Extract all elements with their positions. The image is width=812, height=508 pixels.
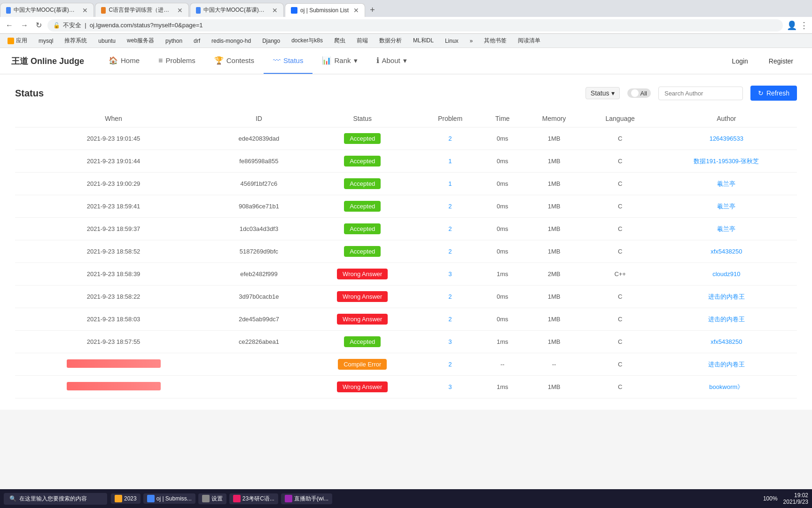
forward-button[interactable]: → [19,19,30,32]
problem-link[interactable]: 3 [448,338,452,345]
status-badge[interactable]: Wrong Answer [337,314,388,325]
bookmark-webserver[interactable]: web服务器 [123,36,158,46]
status-badge[interactable]: Accepted [344,133,381,144]
author-link[interactable]: xfx5438250 [710,248,742,255]
nav-right: Login Register [725,55,801,68]
profile-icon[interactable]: 👤 [787,20,797,31]
browser-tab-4[interactable]: oj | Submission List ✕ [285,3,365,17]
cell-language: C [585,308,656,331]
problem-link[interactable]: 2 [448,293,452,300]
author-link[interactable]: 羲兰亭 [717,180,735,187]
nav-status[interactable]: 〰 Status [264,48,313,74]
status-badge[interactable]: Wrong Answer [337,381,388,392]
problem-link[interactable]: 1 [448,180,452,187]
problem-link[interactable]: 2 [448,203,452,210]
author-link[interactable]: 进击的内卷王 [708,316,745,323]
bookmark-more-label: » [470,38,473,44]
status-filter-dropdown[interactable]: Status ▾ [586,87,620,99]
problem-link[interactable]: 2 [448,316,452,323]
cell-language: C [585,353,656,376]
nav-about[interactable]: ℹ About ▾ [367,48,416,74]
bookmark-ubuntu[interactable]: ubuntu [94,37,119,45]
bookmark-mysql[interactable]: mysql [35,37,57,45]
problem-link[interactable]: 3 [448,270,452,278]
cell-status: Accepted [306,127,419,150]
nav-home[interactable]: 🏠 Home [99,48,149,74]
browser-tab-1[interactable]: 中国大学MOOC(慕课)_优质在线... ✕ [0,3,94,17]
bookmark-django[interactable]: Django [258,37,284,45]
bookmark-drf[interactable]: drf [190,37,204,45]
status-badge[interactable]: Wrong Answer [337,291,388,302]
back-button[interactable]: ← [4,19,15,32]
table-row: 2021-9-23 19:01:44 fe869598a855 Accepted… [15,150,797,173]
status-badge[interactable]: Wrong Answer [337,269,388,279]
bookmark-redis[interactable]: redis-mongo-hd [208,37,255,45]
nav-rank[interactable]: 📊 Rank ▾ [312,48,367,74]
bookmark-more[interactable]: » [466,37,477,45]
bookmark-apps[interactable]: 应用 [4,36,31,46]
problem-link[interactable]: 2 [448,361,452,368]
bookmark-readlist[interactable]: 阅读清单 [514,36,544,46]
cell-id: 908a96ce71b1 [212,195,305,218]
nav-contests[interactable]: 🏆 Contests [205,48,264,74]
author-link[interactable]: cloudz910 [712,270,740,278]
bookmark-other[interactable]: 其他书签 [480,36,510,46]
address-bar[interactable]: 🔓 不安全 | oj.lgwenda.com/status?myself=0&p… [47,19,783,32]
author-link[interactable]: 羲兰亭 [717,225,735,232]
nav-problems[interactable]: ≡ Problems [149,48,205,74]
table-row: Wrong Answer 3 1ms 1MB C bookworm》 [15,376,797,398]
bookmark-python[interactable]: python [162,37,186,45]
author-link[interactable]: xfx5438250 [710,338,742,345]
tab-close-4[interactable]: ✕ [353,7,359,14]
bookmark-frontend[interactable]: 前端 [353,36,372,46]
cell-time: 0ms [481,308,523,331]
problem-link[interactable]: 2 [448,248,452,255]
register-button[interactable]: Register [761,55,801,68]
status-badge[interactable]: Accepted [344,156,381,167]
refresh-button[interactable]: ↻ Refresh [750,86,797,101]
login-button[interactable]: Login [725,55,756,68]
browser-tab-3[interactable]: 中国大学MOOC(慕课)_我的直播... ✕ [190,3,284,17]
new-tab-button[interactable]: + [366,3,379,17]
status-badge[interactable]: Accepted [344,336,381,347]
status-badge[interactable]: Accepted [344,223,381,234]
toggle-dot [631,89,639,97]
bookmark-docker[interactable]: docker与k8s [288,36,327,46]
cell-memory: 1MB [524,286,585,308]
problem-link[interactable]: 3 [448,383,452,390]
author-link[interactable]: 进击的内卷王 [708,361,745,368]
status-badge[interactable]: Compile Error [338,359,387,370]
author-link[interactable]: 进击的内卷王 [708,293,745,300]
author-link[interactable]: bookworm》 [709,383,743,390]
status-header: Status Status ▾ All ↻ Refresh [15,86,797,101]
table-row: 2021-9-23 19:01:45 ede420839dad Accepted… [15,127,797,150]
cell-when: 2021-9-23 18:59:41 [15,195,212,218]
bookmark-ml[interactable]: ML和DL [409,36,437,46]
cell-when: 2021-9-23 19:01:44 [15,150,212,173]
bookmark-linux[interactable]: Linux [441,37,462,45]
bookmark-recommend[interactable]: 推荐系统 [61,36,91,46]
search-author-input[interactable] [658,87,743,100]
bookmark-drf-label: drf [194,38,200,44]
bookmark-spider-label: 爬虫 [334,37,345,45]
browser-tab-2[interactable]: C语言督学训练营（进阶领300元... ✕ [95,3,189,17]
all-toggle[interactable]: All [627,88,651,98]
tab-close-2[interactable]: ✕ [177,7,183,14]
author-link[interactable]: 羲兰亭 [717,203,735,210]
bookmark-spider[interactable]: 爬虫 [330,36,349,46]
author-link[interactable]: 数据191-195309-张秋芝 [694,158,759,165]
author-link[interactable]: 1264396533 [710,135,743,142]
problem-link[interactable]: 2 [448,225,452,232]
problem-link[interactable]: 2 [448,135,452,142]
status-badge[interactable]: Accepted [344,246,381,257]
problem-link[interactable]: 1 [448,158,452,165]
menu-icon[interactable]: ⋮ [800,20,808,31]
reload-button[interactable]: ↻ [34,19,44,32]
tab-close-1[interactable]: ✕ [82,7,88,14]
cell-status: Wrong Answer [306,376,419,398]
status-badge[interactable]: Accepted [344,178,381,189]
tab-close-3[interactable]: ✕ [272,7,278,14]
bookmark-data[interactable]: 数据分析 [375,36,406,46]
cell-author: 羲兰亭 [656,173,797,195]
status-badge[interactable]: Accepted [344,201,381,212]
